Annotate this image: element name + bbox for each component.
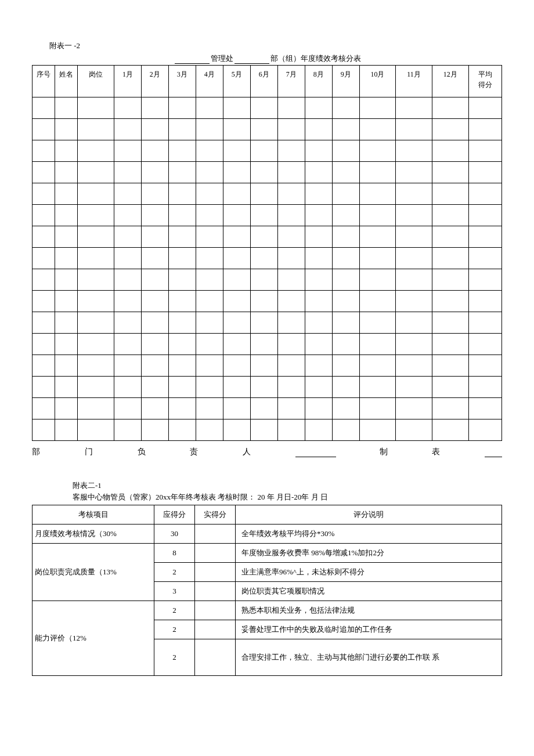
item-monthly-review: 月度绩效考核情况（30% — [33, 525, 154, 544]
table-row — [33, 355, 502, 377]
table-row — [33, 291, 502, 312]
col-avg: 平均 得分 — [468, 66, 502, 97]
annual-score-table: 序号 姓名 岗位 1月 2月 3月 4月 5月 6月 7月 8月 9月 10月 … — [32, 65, 502, 441]
col-post: 岗位 — [78, 66, 114, 97]
desc-cell: 业主满意率96%^上，未达标则不得分 — [236, 563, 502, 582]
footer-p4: 责 — [190, 447, 199, 457]
table-row: 能力评价（12% 2 熟悉本职相关业务，包括法律法规 — [33, 601, 502, 620]
actual-cell — [195, 582, 236, 601]
table-row — [33, 140, 502, 162]
year-end-evaluation-table: 考核项目 应得分 实得分 评分说明 月度绩效考核情况（30% 30 全年绩效考核… — [32, 505, 502, 676]
table1-header-row: 序号 姓名 岗位 1月 2月 3月 4月 5月 6月 7月 8月 9月 10月 … — [33, 66, 502, 97]
col-desc: 评分说明 — [236, 505, 502, 525]
footer-p7: 表 — [432, 447, 441, 457]
col-m8: 8月 — [305, 66, 332, 97]
col-m12: 12月 — [432, 66, 468, 97]
blank-management-office — [175, 63, 210, 64]
footer-p6: 制 — [380, 447, 389, 457]
actual-cell — [195, 544, 236, 563]
appendix-2-label: 附表二-1 — [73, 480, 502, 491]
col-max: 应得分 — [154, 505, 195, 525]
col-m1: 1月 — [114, 66, 141, 97]
desc-cell: 熟悉本职相关业务，包括法律法规 — [236, 601, 502, 620]
col-m3: 3月 — [168, 66, 196, 97]
table-row — [33, 398, 502, 419]
score-cell: 2 — [154, 601, 195, 620]
table-row — [33, 119, 502, 140]
col-m2: 2月 — [141, 66, 168, 97]
col-item: 考核项目 — [33, 505, 154, 525]
col-m6: 6月 — [250, 66, 277, 97]
col-m10: 10月 — [359, 66, 396, 97]
item-ability: 能力评价（12% — [33, 601, 154, 676]
score-cell: 8 — [154, 544, 195, 563]
table-row — [33, 162, 502, 183]
col-m5: 5月 — [223, 66, 250, 97]
footer-blank-1 — [295, 447, 336, 457]
title-mid-2: 部（组）年度绩效考核分表 — [270, 54, 361, 63]
desc-cell: 全年绩效考核平均得分*30% — [236, 525, 502, 544]
table2-title: 客服中心物管员（管家）20xx年年终考核表 考核时限： 20 年 月日-20年 … — [73, 492, 502, 502]
table-row — [33, 419, 502, 441]
table-row — [33, 97, 502, 119]
table1-title: 管理处部（组）年度绩效考核分表 — [32, 53, 502, 64]
actual-cell — [195, 563, 236, 582]
actual-cell — [195, 525, 236, 544]
score-cell: 2 — [154, 620, 195, 639]
col-m4: 4月 — [196, 66, 223, 97]
score-cell: 3 — [154, 582, 195, 601]
actual-cell — [195, 639, 236, 676]
desc-cell: 妥善处理工作中的失败及临时追加的工作任务 — [236, 620, 502, 639]
score-cell: 2 — [154, 563, 195, 582]
table-row — [33, 269, 502, 291]
score-cell: 30 — [154, 525, 195, 544]
footer-blank-2 — [485, 447, 502, 457]
desc-cell: 年度物业服务收费率 98%每增减1%加扣2分 — [236, 544, 502, 563]
table1-body — [33, 97, 502, 441]
table-row — [33, 205, 502, 226]
footer-p5: 人 — [243, 447, 252, 457]
table-row: 岗位职责完成质量（13% 8 年度物业服务收费率 98%每增减1%加扣2分 — [33, 544, 502, 563]
col-m11: 11月 — [396, 66, 432, 97]
col-actual: 实得分 — [195, 505, 236, 525]
table-row: 月度绩效考核情况（30% 30 全年绩效考核平均得分*30% — [33, 525, 502, 544]
appendix-1-label: 附表一 -2 — [49, 41, 502, 51]
score-cell: 2 — [154, 639, 195, 676]
table2-header-row: 考核项目 应得分 实得分 评分说明 — [33, 505, 502, 525]
actual-cell — [195, 601, 236, 620]
desc-cell: 岗位职责其它项履职情况 — [236, 582, 502, 601]
title-mid-1: 管理处 — [211, 54, 233, 63]
table-row — [33, 248, 502, 269]
blank-department — [234, 63, 269, 64]
col-m7: 7月 — [277, 66, 305, 97]
actual-cell — [195, 620, 236, 639]
col-name: 姓名 — [55, 66, 78, 97]
col-m9: 9月 — [332, 66, 359, 97]
col-index: 序号 — [33, 66, 55, 97]
item-job-quality: 岗位职责完成质量（13% — [33, 544, 154, 601]
footer-p3: 负 — [138, 447, 147, 457]
footer-p2: 门 — [85, 447, 94, 457]
table-row — [33, 312, 502, 334]
table-row — [33, 334, 502, 355]
table1-footer: 部 门 负 责 人 制 表 — [32, 447, 502, 457]
table-row — [33, 183, 502, 205]
footer-p1: 部 — [32, 447, 41, 457]
table-row — [33, 226, 502, 248]
desc-cell: 合理安排工作，独立、主动与其他部门进行必要的工作联 系 — [236, 639, 502, 676]
table-row — [33, 377, 502, 398]
